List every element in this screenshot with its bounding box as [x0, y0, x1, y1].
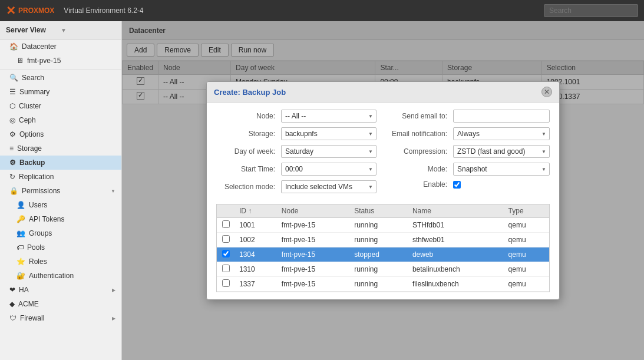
cluster-icon: ⬡ [9, 102, 15, 110]
vm-id-cell: 1310 [235, 262, 277, 277]
product-name: Virtual Environment 6.2-4 [64, 6, 143, 15]
list-item[interactable]: 1002 fmt-pve-15 running sthfweb01 qemu [217, 233, 549, 247]
modal-overlay: Create: Backup Job ✕ Node: [122, 21, 644, 360]
sidebar-item-users[interactable]: 👤 Users [0, 198, 121, 212]
logo: ✕ PROXMOX [6, 4, 54, 18]
sidebar-item-ceph[interactable]: ◎ Ceph [0, 113, 121, 127]
vm-name-cell: deweb [408, 247, 504, 262]
list-item[interactable]: 1337 fmt-pve-15 running fileslinuxbench … [217, 277, 549, 292]
chevron-down-icon: ▼ [61, 27, 115, 34]
email-notif-select-wrapper: Always [453, 127, 550, 140]
storage-select[interactable]: backupnfs [281, 127, 377, 140]
sidebar-item-roles[interactable]: ⭐ Roles [0, 255, 121, 269]
vm-table-container: ID ↑ Node Status Name Type 1001 fmt-pve-… [216, 204, 550, 292]
ha-label: HA [19, 286, 29, 294]
node-select[interactable]: -- All -- [281, 110, 377, 123]
users-icon: 👤 [16, 201, 25, 209]
sidebar-item-node[interactable]: 🖥 fmt-pve-15 [0, 54, 121, 68]
compression-row: Compression: ZSTD (fast and good) [388, 145, 550, 158]
sidebar-item-pools[interactable]: 🏷 Pools [0, 240, 121, 255]
vm-checkbox[interactable] [222, 220, 230, 228]
compression-select[interactable]: ZSTD (fast and good) [453, 145, 550, 158]
vm-node-cell: fmt-pve-15 [277, 262, 349, 277]
sidebar-item-permissions[interactable]: 🔒 Permissions ▼ [0, 184, 121, 198]
sidebar-item-authentication[interactable]: 🔐 Authentication [0, 269, 121, 283]
vm-table: ID ↑ Node Status Name Type 1001 fmt-pve-… [217, 204, 549, 292]
sidebar-item-datacenter[interactable]: 🏠 Datacenter [0, 39, 121, 54]
vm-col-type: Type [504, 204, 549, 218]
email-notif-select[interactable]: Always [453, 127, 550, 140]
selection-mode-row: Selection mode: Include selected VMs [216, 180, 377, 193]
sidebar-item-backup[interactable]: ⚙ Backup [0, 156, 121, 170]
vm-col-check [217, 204, 235, 218]
sidebar-item-cluster[interactable]: ⬡ Cluster [0, 99, 121, 113]
email-notif-control: Always [453, 127, 550, 140]
send-email-row: Send email to: [388, 110, 550, 123]
sidebar-item-storage[interactable]: ≡ Storage [0, 141, 121, 156]
authentication-icon: 🔐 [16, 272, 25, 280]
vm-checkbox[interactable] [222, 250, 230, 257]
sidebar-item-groups[interactable]: 👥 Groups [0, 226, 121, 240]
mode-select-wrapper: Snapshot [453, 163, 550, 176]
main-layout: Server View ▼ 🏠 Datacenter 🖥 fmt-pve-15 … [0, 21, 644, 360]
firewall-icon: 🛡 [9, 314, 16, 322]
vm-checkbox[interactable] [222, 235, 230, 243]
storage-row: Storage: backupnfs [216, 127, 377, 140]
vm-col-name: Name [408, 204, 504, 218]
vm-checkbox[interactable] [222, 279, 230, 287]
compression-select-wrapper: ZSTD (fast and good) [453, 145, 550, 158]
mode-row: Mode: Snapshot [388, 163, 550, 176]
node-label: Node: [216, 112, 281, 120]
modal-close-button[interactable]: ✕ [541, 87, 552, 97]
vm-col-id[interactable]: ID ↑ [235, 204, 277, 218]
vm-check-cell [217, 247, 235, 262]
ceph-label: Ceph [19, 116, 36, 124]
vm-checkbox[interactable] [222, 265, 230, 272]
groups-icon: 👥 [16, 229, 25, 237]
search-input[interactable] [544, 4, 638, 17]
datacenter-icon: 🏠 [9, 42, 18, 51]
send-email-input[interactable] [453, 110, 550, 123]
start-time-select[interactable]: 00:00 [281, 163, 377, 176]
vm-col-node: Node [277, 204, 349, 218]
node-select-wrapper: -- All -- [281, 110, 377, 123]
vm-name-cell: betalinuxbench [408, 262, 504, 277]
sidebar-item-search[interactable]: 🔍 Search [0, 71, 121, 85]
server-view-header[interactable]: Server View ▼ [0, 21, 121, 39]
mode-control: Snapshot [453, 163, 550, 176]
summary-label: Summary [19, 88, 49, 96]
vm-type-cell: qemu [504, 262, 549, 277]
vm-status-cell: stopped [349, 247, 408, 262]
form-left: Node: -- All -- St [216, 110, 377, 198]
list-item[interactable]: 1304 fmt-pve-15 stopped deweb qemu [217, 247, 549, 262]
backup-icon: ⚙ [9, 158, 16, 167]
vm-id-cell: 1304 [235, 247, 277, 262]
server-view-label: Server View [6, 26, 61, 34]
sidebar-item-summary[interactable]: ☰ Summary [0, 85, 121, 99]
vm-check-cell [217, 233, 235, 247]
sidebar-item-replication[interactable]: ↻ Replication [0, 170, 121, 184]
enable-checkbox[interactable] [453, 181, 461, 189]
roles-label: Roles [29, 257, 47, 266]
enable-control [453, 181, 550, 189]
sidebar-item-api-tokens[interactable]: 🔑 API Tokens [0, 212, 121, 226]
list-item[interactable]: 1310 fmt-pve-15 running betalinuxbench q… [217, 262, 549, 277]
sidebar-item-acme[interactable]: ◆ ACME [0, 297, 121, 311]
form-grid: Node: -- All -- St [216, 110, 550, 198]
day-select-wrapper: Saturday [281, 145, 377, 158]
api-tokens-label: API Tokens [29, 215, 64, 223]
replication-icon: ↻ [9, 173, 15, 181]
modal-body: Node: -- All -- St [207, 103, 559, 299]
compression-label: Compression: [388, 147, 453, 156]
selection-mode-select[interactable]: Include selected VMs [281, 180, 377, 193]
sidebar-item-options[interactable]: ⚙ Options [0, 127, 121, 141]
list-item[interactable]: 1001 fmt-pve-15 running STHfdb01 qemu [217, 218, 549, 233]
sidebar-item-ha[interactable]: ❤ HA ▶ [0, 283, 121, 297]
email-notif-label: Email notification: [388, 130, 453, 138]
vm-name-cell: STHfdb01 [408, 218, 504, 233]
sidebar-item-firewall[interactable]: 🛡 Firewall ▶ [0, 311, 121, 325]
mode-select[interactable]: Snapshot [453, 163, 550, 176]
vm-name-cell: fileslinuxbench [408, 277, 504, 292]
day-control: Saturday [281, 145, 377, 158]
day-select[interactable]: Saturday [281, 145, 377, 158]
